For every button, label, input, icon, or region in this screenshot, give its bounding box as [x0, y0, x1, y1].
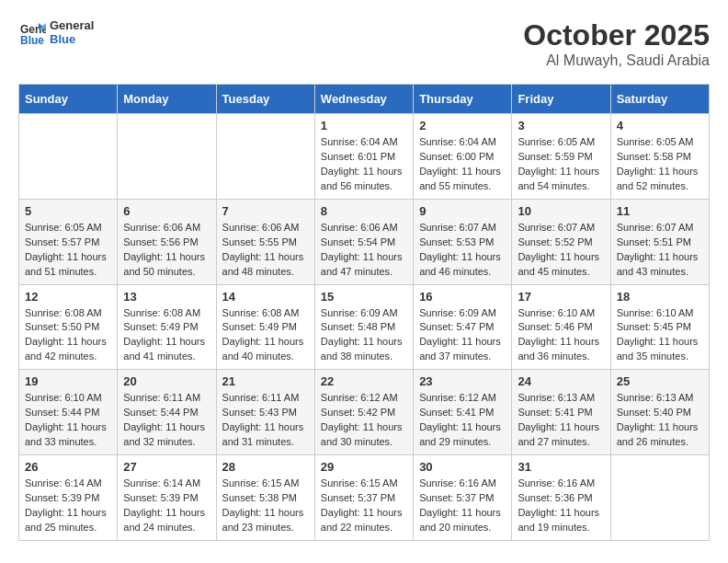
- day-number: 18: [617, 290, 703, 304]
- calendar-cell: 26Sunrise: 6:14 AMSunset: 5:39 PMDayligh…: [19, 455, 118, 541]
- month-title: October 2025: [523, 18, 710, 52]
- logo-line1: General: [50, 18, 94, 32]
- calendar-cell: 2Sunrise: 6:04 AMSunset: 6:00 PMDaylight…: [414, 114, 512, 200]
- day-info: Sunrise: 6:06 AMSunset: 5:56 PMDaylight:…: [123, 221, 210, 280]
- day-number: 25: [617, 374, 703, 388]
- day-number: 1: [321, 119, 407, 132]
- calendar-header-row: SundayMondayTuesdayWednesdayThursdayFrid…: [19, 85, 710, 114]
- weekday-header: Tuesday: [216, 85, 314, 114]
- day-number: 7: [222, 204, 309, 218]
- day-info: Sunrise: 6:04 AMSunset: 6:00 PMDaylight:…: [419, 135, 506, 194]
- day-info: Sunrise: 6:07 AMSunset: 5:53 PMDaylight:…: [419, 221, 506, 280]
- calendar-cell: 22Sunrise: 6:12 AMSunset: 5:42 PMDayligh…: [314, 370, 413, 455]
- page-header: General Blue General Blue October 2025 A…: [18, 18, 710, 69]
- calendar-cell: 23Sunrise: 6:12 AMSunset: 5:41 PMDayligh…: [414, 370, 512, 455]
- day-info: Sunrise: 6:07 AMSunset: 5:52 PMDaylight:…: [518, 221, 604, 280]
- day-info: Sunrise: 6:10 AMSunset: 5:44 PMDaylight:…: [25, 391, 111, 450]
- day-info: Sunrise: 6:09 AMSunset: 5:48 PMDaylight:…: [321, 306, 407, 365]
- calendar-week-row: 12Sunrise: 6:08 AMSunset: 5:50 PMDayligh…: [19, 284, 710, 370]
- day-number: 6: [123, 204, 210, 218]
- calendar-cell: 11Sunrise: 6:07 AMSunset: 5:51 PMDayligh…: [610, 199, 709, 284]
- day-number: 17: [518, 290, 604, 304]
- day-info: Sunrise: 6:05 AMSunset: 5:58 PMDaylight:…: [617, 135, 703, 194]
- calendar-week-row: 5Sunrise: 6:05 AMSunset: 5:57 PMDaylight…: [19, 199, 710, 284]
- day-number: 21: [222, 374, 309, 388]
- day-number: 28: [222, 460, 309, 474]
- weekday-header: Sunday: [19, 85, 118, 114]
- day-info: Sunrise: 6:13 AMSunset: 5:41 PMDaylight:…: [518, 391, 604, 450]
- day-number: 31: [518, 460, 604, 474]
- calendar-cell: 6Sunrise: 6:06 AMSunset: 5:56 PMDaylight…: [118, 199, 216, 284]
- day-info: Sunrise: 6:16 AMSunset: 5:37 PMDaylight:…: [419, 477, 506, 535]
- calendar-cell: 21Sunrise: 6:11 AMSunset: 5:43 PMDayligh…: [216, 370, 314, 455]
- day-info: Sunrise: 6:06 AMSunset: 5:55 PMDaylight:…: [222, 221, 309, 280]
- day-info: Sunrise: 6:14 AMSunset: 5:39 PMDaylight:…: [123, 477, 210, 535]
- day-info: Sunrise: 6:11 AMSunset: 5:44 PMDaylight:…: [123, 391, 210, 450]
- day-info: Sunrise: 6:10 AMSunset: 5:45 PMDaylight:…: [617, 306, 703, 365]
- day-number: 10: [518, 204, 604, 218]
- calendar-cell: 27Sunrise: 6:14 AMSunset: 5:39 PMDayligh…: [118, 455, 216, 541]
- day-number: 14: [222, 290, 309, 304]
- weekday-header: Wednesday: [314, 85, 413, 114]
- day-info: Sunrise: 6:07 AMSunset: 5:51 PMDaylight:…: [617, 221, 703, 280]
- calendar-cell: 10Sunrise: 6:07 AMSunset: 5:52 PMDayligh…: [512, 199, 610, 284]
- svg-text:Blue: Blue: [20, 34, 44, 46]
- calendar-cell: 18Sunrise: 6:10 AMSunset: 5:45 PMDayligh…: [610, 284, 709, 370]
- day-number: 30: [419, 460, 506, 474]
- calendar-cell: 30Sunrise: 6:16 AMSunset: 5:37 PMDayligh…: [414, 455, 512, 541]
- weekday-header: Monday: [118, 85, 216, 114]
- day-number: 16: [419, 290, 506, 304]
- day-info: Sunrise: 6:16 AMSunset: 5:36 PMDaylight:…: [518, 477, 604, 535]
- logo-icon: General Blue: [18, 18, 46, 46]
- day-number: 5: [25, 204, 111, 218]
- day-number: 8: [321, 204, 407, 218]
- calendar-cell: 19Sunrise: 6:10 AMSunset: 5:44 PMDayligh…: [19, 370, 118, 455]
- calendar-cell: 3Sunrise: 6:05 AMSunset: 5:59 PMDaylight…: [512, 114, 610, 200]
- calendar-cell: 9Sunrise: 6:07 AMSunset: 5:53 PMDaylight…: [414, 199, 512, 284]
- calendar-cell: 29Sunrise: 6:15 AMSunset: 5:37 PMDayligh…: [314, 455, 413, 541]
- calendar-cell: 28Sunrise: 6:15 AMSunset: 5:38 PMDayligh…: [216, 455, 314, 541]
- weekday-header: Friday: [512, 85, 610, 114]
- calendar-cell: [216, 114, 314, 200]
- day-number: 15: [321, 290, 407, 304]
- day-info: Sunrise: 6:13 AMSunset: 5:40 PMDaylight:…: [617, 391, 703, 450]
- day-info: Sunrise: 6:15 AMSunset: 5:38 PMDaylight:…: [222, 477, 309, 535]
- calendar-cell: 24Sunrise: 6:13 AMSunset: 5:41 PMDayligh…: [512, 370, 610, 455]
- day-info: Sunrise: 6:08 AMSunset: 5:50 PMDaylight:…: [25, 306, 111, 365]
- calendar-cell: 20Sunrise: 6:11 AMSunset: 5:44 PMDayligh…: [118, 370, 216, 455]
- day-info: Sunrise: 6:10 AMSunset: 5:46 PMDaylight:…: [518, 306, 604, 365]
- day-info: Sunrise: 6:04 AMSunset: 6:01 PMDaylight:…: [321, 135, 407, 194]
- day-number: 11: [617, 204, 703, 218]
- day-number: 27: [123, 460, 210, 474]
- day-number: 3: [518, 119, 604, 132]
- day-number: 19: [25, 374, 111, 388]
- calendar-cell: [118, 114, 216, 200]
- day-number: 26: [25, 460, 111, 474]
- calendar-cell: 16Sunrise: 6:09 AMSunset: 5:47 PMDayligh…: [414, 284, 512, 370]
- calendar-cell: 12Sunrise: 6:08 AMSunset: 5:50 PMDayligh…: [19, 284, 118, 370]
- calendar-cell: 13Sunrise: 6:08 AMSunset: 5:49 PMDayligh…: [118, 284, 216, 370]
- calendar-cell: [19, 114, 118, 200]
- calendar-cell: 8Sunrise: 6:06 AMSunset: 5:54 PMDaylight…: [314, 199, 413, 284]
- day-number: 2: [419, 119, 506, 132]
- day-info: Sunrise: 6:05 AMSunset: 5:59 PMDaylight:…: [518, 135, 604, 194]
- day-info: Sunrise: 6:14 AMSunset: 5:39 PMDaylight:…: [25, 477, 111, 535]
- calendar-cell: 17Sunrise: 6:10 AMSunset: 5:46 PMDayligh…: [512, 284, 610, 370]
- calendar-cell: 14Sunrise: 6:08 AMSunset: 5:49 PMDayligh…: [216, 284, 314, 370]
- day-number: 24: [518, 374, 604, 388]
- calendar-cell: 1Sunrise: 6:04 AMSunset: 6:01 PMDaylight…: [314, 114, 413, 200]
- title-block: October 2025 Al Muwayh, Saudi Arabia: [523, 18, 710, 69]
- calendar-cell: [610, 455, 709, 541]
- location: Al Muwayh, Saudi Arabia: [523, 52, 710, 69]
- day-number: 13: [123, 290, 210, 304]
- calendar-week-row: 26Sunrise: 6:14 AMSunset: 5:39 PMDayligh…: [19, 455, 710, 541]
- day-number: 23: [419, 374, 506, 388]
- day-info: Sunrise: 6:06 AMSunset: 5:54 PMDaylight:…: [321, 221, 407, 280]
- day-info: Sunrise: 6:12 AMSunset: 5:42 PMDaylight:…: [321, 391, 407, 450]
- calendar-week-row: 1Sunrise: 6:04 AMSunset: 6:01 PMDaylight…: [19, 114, 710, 200]
- weekday-header: Thursday: [414, 85, 512, 114]
- day-number: 22: [321, 374, 407, 388]
- weekday-header: Saturday: [610, 85, 709, 114]
- day-info: Sunrise: 6:05 AMSunset: 5:57 PMDaylight:…: [25, 221, 111, 280]
- calendar-cell: 25Sunrise: 6:13 AMSunset: 5:40 PMDayligh…: [610, 370, 709, 455]
